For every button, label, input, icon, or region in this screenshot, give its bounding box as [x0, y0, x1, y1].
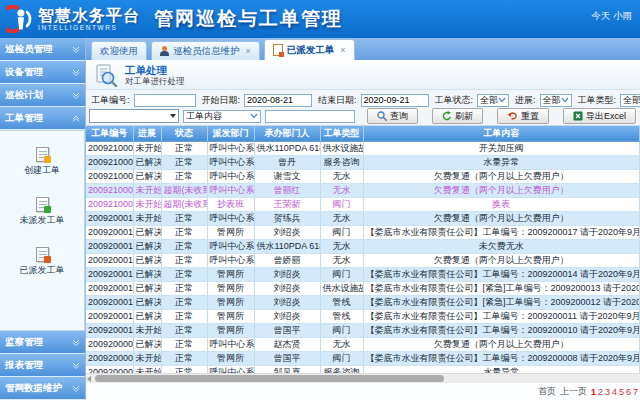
column-header-状态[interactable]: 状态 — [161, 126, 207, 141]
keyword-input[interactable] — [265, 110, 355, 123]
sidebar-group-巡检计划[interactable]: 巡检计划 — [0, 84, 85, 106]
chevron-down-icon — [250, 113, 258, 119]
logo-icon — [6, 5, 34, 33]
table-row[interactable]: 2009210004已解决正常呼叫中心系统曾丹服务咨询水量异常 — [86, 155, 640, 169]
cell-状态: 正常 — [161, 281, 207, 295]
scroll-left-arrow-icon[interactable] — [87, 376, 91, 382]
sidebar-group-监察管理[interactable]: 监察管理 — [0, 331, 85, 353]
table-row[interactable]: 2009200008未开始正常管网所曾国平阀门【娄底市水业有限责任公司】工单编号… — [86, 351, 640, 365]
cell-工单内容: 开关加压阀 — [363, 141, 640, 155]
prev-page-link[interactable]: 上一页 — [560, 385, 587, 398]
progress-select[interactable]: 全部 — [540, 94, 572, 107]
sidebar-item-未派发工单[interactable]: 未派发工单 — [20, 197, 65, 227]
tab-巡检员信息维护[interactable]: 巡检员信息维护× — [151, 41, 260, 60]
cell-进展: 已解决 — [133, 155, 161, 169]
table-row[interactable]: 2009210001未开始超期(未收到)抄表班王荣新阀门换表 — [86, 197, 640, 211]
cell-进展: 未开始 — [133, 323, 161, 337]
type-select[interactable]: 全部 — [620, 94, 640, 107]
tab-已派发工单[interactable]: 已派发工单× — [264, 39, 355, 60]
order-no-input[interactable] — [134, 94, 196, 107]
content-field-select[interactable]: 工单内容 — [183, 110, 261, 123]
cell-工单内容: 水量异常 — [363, 155, 640, 169]
cell-工单编号: 2009200018 — [86, 211, 133, 225]
cell-工单类型: 阀门 — [320, 197, 363, 211]
cell-工单类型: 管线 — [320, 309, 363, 323]
sidebar-item-label: 已派发工单 — [20, 264, 65, 277]
cell-承办部门人: 曾丽红 — [254, 183, 320, 197]
logo-subtitle: INTELLIGENTWRS — [38, 24, 140, 31]
tab-close-icon[interactable]: × — [340, 45, 345, 55]
table-row[interactable]: 2009200017已解决正常管网所刘绍炎阀门【娄底市水业有限责任公司】工单编号… — [86, 225, 640, 239]
export-excel-button[interactable]: 导出Excel — [563, 108, 636, 124]
cell-进展: 已解决 — [133, 267, 161, 281]
table-row[interactable]: 2009200016已解决正常呼叫中心系统供水110PDA 61870无水未欠费… — [86, 239, 640, 253]
scrollbar-thumb[interactable] — [95, 375, 444, 382]
search-button[interactable]: 查询 — [367, 108, 418, 124]
status-select[interactable]: 全部 — [477, 94, 509, 107]
sidebar-item-创建工单[interactable]: 创建工单 — [24, 147, 60, 177]
cell-状态: 超期(未收到) — [161, 197, 207, 211]
filter-bar: 工单编号: 开始日期: 结束日期: 工单状态: 全部 进展: 全部 工单类型: — [86, 90, 640, 126]
table-row[interactable]: 2009200009已解决正常呼叫中心系统赵杰贤无水欠费复通（两个月以上欠费用户… — [86, 337, 640, 351]
cell-状态: 正常 — [161, 169, 207, 183]
keyword-field-select[interactable] — [89, 109, 179, 123]
sidebar-group-报表管理[interactable]: 报表管理 — [0, 354, 85, 376]
first-page-link[interactable]: 首页 — [538, 385, 556, 398]
table-row[interactable]: 2009210002未开始超期(未收到)呼叫中心系统曾丽红无水欠费复通（两个月以… — [86, 183, 640, 197]
cell-派发部门: 呼叫中心系统 — [207, 155, 254, 169]
sidebar-group-设备管理[interactable]: 设备管理 — [0, 61, 85, 83]
end-date-label: 结束日期: — [318, 94, 357, 107]
cell-状态: 正常 — [161, 211, 207, 225]
table-row[interactable]: 2009210005未开始正常呼叫中心系统供水110PDA 61870供水设施故… — [86, 141, 640, 155]
table-row[interactable]: 2009200014已解决正常管网所刘绍炎阀门【娄底市水业有限责任公司】工单编号… — [86, 267, 640, 281]
tab-欢迎使用[interactable]: 欢迎使用 — [91, 41, 147, 60]
tab-close-icon[interactable]: × — [246, 46, 251, 56]
sidebar-group-workorder[interactable]: 工单管理 — [0, 107, 85, 129]
sidebar-group-巡检员管理[interactable]: 巡检员管理 — [0, 38, 85, 60]
cell-工单类型: 无水 — [320, 211, 363, 225]
tab-label: 巡检员信息维护 — [173, 45, 240, 58]
chevron-down-icon — [72, 384, 80, 392]
chevron-up-icon — [72, 114, 80, 122]
page-number-2[interactable]: 2 — [598, 387, 603, 397]
page-number-1[interactable]: 1 — [591, 387, 596, 397]
page-number-7[interactable]: 7 — [633, 387, 638, 397]
page-number-3[interactable]: 3 — [605, 387, 610, 397]
cell-工单类型: 阀门 — [320, 267, 363, 281]
table-row[interactable]: 2009210003已解决正常呼叫中心系统谢雪文无水欠费复通（两个月以上欠费用户… — [86, 169, 640, 183]
start-date-input[interactable] — [244, 94, 312, 107]
column-header-工单编号[interactable]: 工单编号 — [86, 126, 133, 141]
excel-icon — [573, 111, 583, 121]
cell-状态: 正常 — [161, 267, 207, 281]
column-header-承办部门人[interactable]: 承办部门人 — [254, 126, 320, 141]
cell-工单编号: 2009200017 — [86, 225, 133, 239]
table-row[interactable]: 2009200011已解决正常管网所刘绍炎管线【娄底市水业有限责任公司】工单编号… — [86, 309, 640, 323]
reset-button[interactable]: 重置 — [497, 108, 549, 124]
table-row[interactable]: 2009200015已解决正常呼叫中心系统曾娇丽无水欠费复通（两个月以上欠费用户… — [86, 253, 640, 267]
page-number-4[interactable]: 4 — [612, 387, 617, 397]
cell-承办部门人: 曾丹 — [254, 155, 320, 169]
cell-工单内容: 【娄底市水业有限责任公司】工单编号：2009200017 请于2020年9月20… — [363, 225, 640, 239]
sidebar-top-groups: 巡检员管理设备管理巡检计划 — [0, 38, 85, 107]
column-header-工单类型[interactable]: 工单类型 — [320, 126, 363, 141]
table-row[interactable]: 2009200010未开始正常管网所曾国平阀门【娄底市水业有限责任公司】工单编号… — [86, 323, 640, 337]
refresh-button[interactable]: 刷新 — [432, 108, 483, 124]
column-header-工单内容[interactable]: 工单内容 — [363, 126, 640, 141]
table-row[interactable]: 2009200018未开始正常呼叫中心系统贺练兵无水欠费复通（两个月以上欠费用户… — [86, 211, 640, 225]
pagination: 首页 上一页 1234567 — [86, 383, 640, 400]
table-row[interactable]: 2009200012已解决正常管网所刘绍炎管线【娄底市水业有限责任公司】[紧急]… — [86, 295, 640, 309]
page-number-5[interactable]: 5 — [619, 387, 624, 397]
cell-派发部门: 管网所 — [207, 323, 254, 337]
table-row[interactable]: 2009200006未开始正常呼叫中心系统邹见喜服务咨询水量异常 — [86, 365, 640, 373]
create-order-icon — [36, 147, 49, 162]
sidebar-group-管网数据维护[interactable]: 管网数据维护 — [0, 377, 85, 399]
end-date-input[interactable] — [361, 94, 429, 107]
sidebar-item-label: 创建工单 — [24, 164, 60, 177]
cell-工单编号: 2009200006 — [86, 365, 133, 373]
sidebar-item-已派发工单[interactable]: 已派发工单 — [20, 247, 65, 277]
column-header-派发部门[interactable]: 派发部门 — [207, 126, 254, 141]
table-row[interactable]: 2009200013已解决正常管网所刘绍炎供水设施故障【娄底市水业有限责任公司】… — [86, 281, 640, 295]
horizontal-scrollbar[interactable] — [86, 373, 640, 383]
column-header-进展[interactable]: 进展 — [133, 126, 161, 141]
page-number-6[interactable]: 6 — [626, 387, 631, 397]
